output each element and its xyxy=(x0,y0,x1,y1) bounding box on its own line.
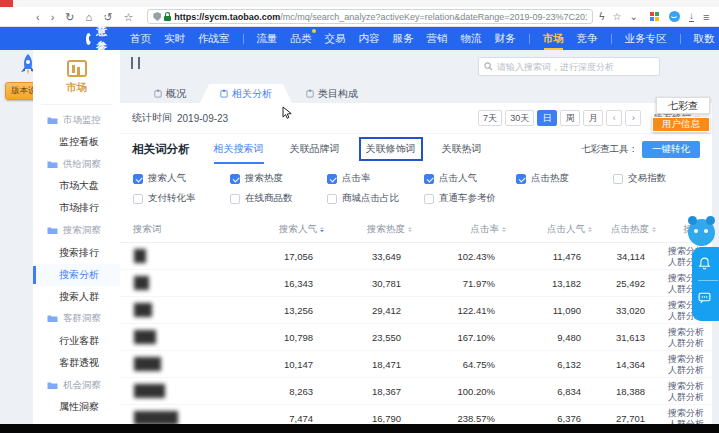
cell-click-heat: 25,492 xyxy=(602,278,666,289)
nav-item-service[interactable]: 服务 xyxy=(393,27,414,50)
crowd-analysis-link[interactable]: 人群分析 xyxy=(668,338,704,348)
search-analysis-link[interactable]: 搜索分析 xyxy=(668,381,704,391)
search-input[interactable] xyxy=(497,62,654,72)
qicaicha-float-button[interactable]: 七彩查 xyxy=(656,97,710,114)
user-info-float-button[interactable]: 用户信息 xyxy=(652,117,710,132)
wordtab-hot-words[interactable]: 关联热词 xyxy=(442,142,482,156)
sidebar-item-attribute-insight[interactable]: 属性洞察 xyxy=(33,396,120,418)
app-navbar: 生意参谋 首页 实时 作战室 流量 品类 交易 内容 服务 营销 物流 财务 市… xyxy=(0,27,719,50)
sort-icon[interactable] xyxy=(502,225,506,234)
cell-click-heat: 18,388 xyxy=(602,386,666,397)
date-range-buttons: 7天 30天 日 周 月 ‹ › xyxy=(478,110,641,126)
nav-item-business-zone[interactable]: 业务专区 xyxy=(625,27,667,50)
sidebar-item-monitor-board[interactable]: 监控看板 xyxy=(33,131,120,153)
prev-date-button[interactable]: ‹ xyxy=(606,110,622,126)
sidebar-item-market-overview[interactable]: 市场大盘 xyxy=(33,175,120,197)
sidebar-module-header: 市场 xyxy=(41,50,112,105)
chevron-down-icon[interactable]: ⌄ xyxy=(630,11,638,22)
sidebar-item-search-analysis[interactable]: 搜索分析 xyxy=(33,264,120,286)
range-week-button[interactable]: 周 xyxy=(560,110,580,126)
header-click-heat[interactable]: 点击热度 xyxy=(602,223,666,236)
back-icon[interactable]: ‹ xyxy=(36,8,40,26)
forward-icon[interactable]: › xyxy=(51,8,55,26)
keywords-table: 搜索词 搜索人气 搜索热度 点击率 点击人气 点击热度 操作 17,056 33… xyxy=(120,217,712,432)
bookmark-icon[interactable]: ☆ xyxy=(123,8,133,26)
nav-item-market-active[interactable]: 市场 xyxy=(543,27,564,50)
search-analysis-link[interactable]: 搜索分析 xyxy=(668,408,704,418)
nav-item-marketing[interactable]: 营销 xyxy=(427,27,448,50)
keyword-search-box[interactable] xyxy=(478,57,660,76)
metric-ztc-ref-price[interactable]: 直通车参考价 xyxy=(424,192,516,205)
clipboard-icon xyxy=(154,89,162,98)
grid-extension-icon[interactable] xyxy=(650,12,660,22)
metric-search-heat[interactable]: 搜索热度 xyxy=(230,172,327,185)
star-icon[interactable]: ☆ xyxy=(613,11,622,22)
sidebar-item-search-crowd[interactable]: 搜索人群 xyxy=(33,286,120,308)
download-icon[interactable]: ↓ xyxy=(689,11,694,22)
header-search-popularity[interactable]: 搜索人气 xyxy=(248,223,334,236)
nav-item-data-fetch[interactable]: 取数 xyxy=(694,27,715,50)
drag-grip-icon[interactable] xyxy=(131,57,140,69)
metric-mall-click-share[interactable]: 商城点击占比 xyxy=(327,192,424,205)
metric-click-popularity[interactable]: 点击人气 xyxy=(424,172,516,185)
nav-item-trade[interactable]: 交易 xyxy=(325,27,346,50)
header-click-popularity[interactable]: 点击人气 xyxy=(516,223,602,236)
nav-item-traffic[interactable]: 流量 xyxy=(257,27,278,50)
checkbox-icon xyxy=(516,174,526,184)
metric-search-popularity[interactable]: 搜索人气 xyxy=(133,172,230,185)
wordtab-related-search[interactable]: 相关搜索词 xyxy=(214,142,264,156)
censored-keyword xyxy=(134,249,146,263)
search-analysis-link[interactable]: 搜索分析 xyxy=(668,327,704,337)
wordtab-modifier-words[interactable]: 关联修饰词 xyxy=(359,137,423,161)
metric-pay-conversion[interactable]: 支付转化率 xyxy=(133,192,230,205)
sort-icon[interactable] xyxy=(408,225,412,234)
menu-icon[interactable]: ≡ xyxy=(703,11,709,23)
cell-click-heat: 27,701 xyxy=(602,413,666,424)
assistant-mascot[interactable] xyxy=(688,219,715,246)
nav-item-competition[interactable]: 竞争 xyxy=(577,27,598,50)
metric-online-products[interactable]: 在线商品数 xyxy=(230,192,327,205)
crowd-analysis-link[interactable]: 人群分析 xyxy=(668,392,704,402)
tab-category-composition[interactable]: 类目构成 xyxy=(292,84,372,103)
nav-item-home[interactable]: 首页 xyxy=(130,27,151,50)
sort-icon[interactable] xyxy=(652,225,656,234)
tab-overview[interactable]: 概况 xyxy=(140,84,200,103)
metric-trade-index[interactable]: 交易指数 xyxy=(613,172,712,185)
face-extension-icon[interactable] xyxy=(669,11,680,22)
header-search-heat[interactable]: 搜索热度 xyxy=(334,223,422,236)
bell-icon[interactable] xyxy=(698,257,711,270)
one-click-convert-button[interactable]: 一键转化 xyxy=(642,141,700,158)
crowd-analysis-link[interactable]: 人群分析 xyxy=(668,365,704,375)
sidebar-item-customer-perspective[interactable]: 客群透视 xyxy=(33,352,120,374)
plugin-icon[interactable]: ϟ xyxy=(599,11,604,22)
address-bar[interactable]: https://sycm.taobao.com /mc/mq/search_an… xyxy=(147,9,593,24)
wordtab-brand-words[interactable]: 关联品牌词 xyxy=(290,142,340,156)
metric-click-rate[interactable]: 点击率 xyxy=(327,172,424,185)
nav-item-category[interactable]: 品类 xyxy=(291,27,312,50)
next-date-button[interactable]: › xyxy=(625,110,641,126)
reload-icon[interactable]: ↻ xyxy=(65,8,74,26)
range-month-button[interactable]: 月 xyxy=(583,110,603,126)
range-day-button[interactable]: 日 xyxy=(537,110,557,126)
sidebar-item-search-ranking[interactable]: 搜索排行 xyxy=(33,242,120,264)
sort-icon[interactable] xyxy=(588,225,592,234)
sort-icon[interactable] xyxy=(320,225,324,234)
nav-item-realtime[interactable]: 实时 xyxy=(164,27,185,50)
chat-icon[interactable] xyxy=(698,291,711,304)
header-click-rate[interactable]: 点击率 xyxy=(422,223,516,236)
nav-item-warroom[interactable]: 作战室 xyxy=(198,27,230,50)
metric-click-heat[interactable]: 点击热度 xyxy=(516,172,613,185)
sidebar-item-industry-customers[interactable]: 行业客群 xyxy=(33,330,120,352)
nav-item-content[interactable]: 内容 xyxy=(359,27,380,50)
mouse-cursor xyxy=(282,106,293,119)
nav-item-finance[interactable]: 财务 xyxy=(495,27,516,50)
range-7d-button[interactable]: 7天 xyxy=(478,110,502,126)
stat-date-value[interactable]: 2019-09-23 xyxy=(177,113,228,124)
sidebar-item-market-ranking[interactable]: 市场排行 xyxy=(33,197,120,219)
lock-icon xyxy=(164,12,171,21)
search-analysis-link[interactable]: 搜索分析 xyxy=(668,354,704,364)
range-30d-button[interactable]: 30天 xyxy=(505,110,534,126)
nav-item-logistics[interactable]: 物流 xyxy=(461,27,482,50)
tab-relation-analysis[interactable]: 相关分析 xyxy=(200,84,292,103)
checkbox-icon xyxy=(613,174,623,184)
